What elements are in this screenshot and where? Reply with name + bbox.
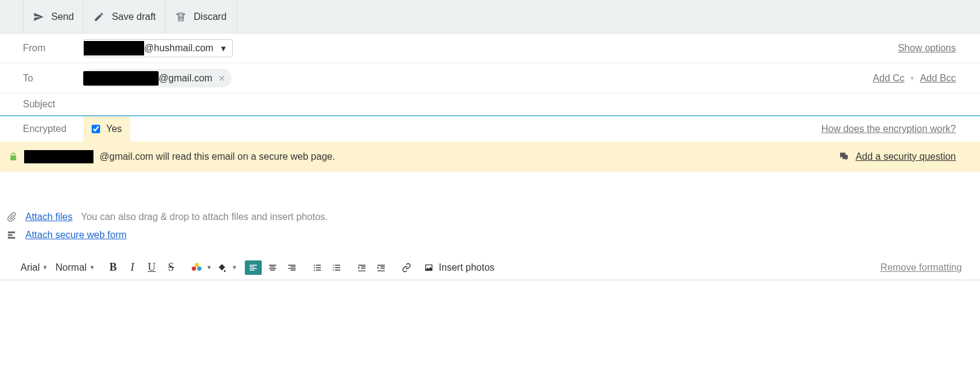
add-cc-link[interactable]: Add Cc <box>873 73 904 84</box>
lock-icon <box>8 151 18 162</box>
show-options-link[interactable]: Show options <box>898 43 956 54</box>
encrypted-yes-label: Yes <box>106 124 122 134</box>
editor-toolbar: Arial ▾ Normal ▾ B I U S ▾ ▾ <box>0 256 980 280</box>
compose-toolbar: Send Save draft Discard <box>0 0 980 34</box>
strikethrough-button[interactable]: S <box>163 260 180 275</box>
separator-dot: • <box>911 73 914 84</box>
remove-recipient-icon[interactable]: ✕ <box>218 74 226 83</box>
chevron-down-icon: ▾ <box>43 263 47 271</box>
from-label: From <box>23 43 83 54</box>
compose-body[interactable] <box>0 280 980 387</box>
align-left-button[interactable] <box>245 260 262 275</box>
to-label: To <box>23 73 83 84</box>
highlight-color-button[interactable] <box>213 260 230 275</box>
from-domain: @hushmail.com <box>144 43 213 54</box>
form-icon <box>6 230 17 241</box>
insert-link-button[interactable] <box>398 260 415 275</box>
to-recipient-chip[interactable]: @gmail.com ✕ <box>83 69 232 87</box>
attach-files-link[interactable]: Attach files <box>25 212 72 222</box>
underline-button[interactable]: U <box>144 260 160 275</box>
align-center-button[interactable] <box>264 260 281 275</box>
add-bcc-link[interactable]: Add Bcc <box>920 73 956 84</box>
encrypted-row: Encrypted Yes How does the encryption wo… <box>0 116 980 142</box>
insert-photos-button[interactable]: Insert photos <box>423 262 495 273</box>
subject-input[interactable] <box>83 99 956 110</box>
chevron-down-icon[interactable]: ▾ <box>233 263 236 271</box>
indent-button[interactable] <box>373 260 390 275</box>
notice-recipient-redacted <box>24 150 93 163</box>
svg-point-1 <box>314 267 315 268</box>
outdent-button[interactable] <box>353 260 370 275</box>
to-address-redacted <box>83 71 159 86</box>
attach-area: Attach files You can also drag & drop to… <box>0 172 980 250</box>
remove-formatting-link[interactable]: Remove formatting <box>880 262 962 273</box>
send-button[interactable]: Send <box>23 0 84 33</box>
subject-label: Subject <box>23 99 83 110</box>
add-security-question-button[interactable]: Add a security question <box>838 151 956 162</box>
save-draft-label: Save draft <box>112 11 156 22</box>
encryption-notice: @gmail.com will read this email on a sec… <box>0 142 980 172</box>
encrypted-toggle[interactable]: Yes <box>83 116 130 142</box>
text-color-button[interactable] <box>188 260 205 275</box>
to-row: To @gmail.com ✕ Add Cc • Add Bcc <box>0 63 980 93</box>
font-size-label: Normal <box>55 262 87 273</box>
color-palette-icon <box>192 263 201 272</box>
send-label: Send <box>51 11 74 22</box>
to-domain: @gmail.com <box>159 73 212 84</box>
save-draft-button[interactable]: Save draft <box>84 0 166 33</box>
chevron-down-icon: ▾ <box>90 263 94 271</box>
align-right-button[interactable] <box>283 260 300 275</box>
discard-button[interactable]: Discard <box>166 0 236 33</box>
discard-label: Discard <box>194 11 226 22</box>
from-address-redacted <box>84 41 144 55</box>
send-icon <box>33 11 44 22</box>
image-icon <box>423 263 434 272</box>
from-row: From @hushmail.com ▼ Show options <box>0 34 980 63</box>
chat-icon <box>838 151 850 162</box>
font-family-select[interactable]: Arial ▾ <box>18 261 49 274</box>
add-security-question-label: Add a security question <box>856 151 956 162</box>
svg-point-0 <box>314 265 315 266</box>
bold-button[interactable]: B <box>105 260 122 275</box>
encrypted-label: Encrypted <box>23 124 83 134</box>
font-size-select[interactable]: Normal ▾ <box>53 261 96 274</box>
paint-bucket-icon <box>217 263 227 272</box>
bullet-list-button[interactable] <box>309 260 326 275</box>
svg-point-2 <box>314 269 315 271</box>
number-list-button[interactable] <box>328 260 345 275</box>
notice-text: @gmail.com will read this email on a sec… <box>100 151 335 162</box>
chevron-down-icon: ▼ <box>220 44 227 53</box>
encrypted-checkbox[interactable] <box>92 125 100 133</box>
attach-secure-form-link[interactable]: Attach secure web form <box>25 230 127 241</box>
pencil-icon <box>93 11 104 22</box>
trash-icon <box>175 11 186 22</box>
paperclip-icon <box>6 212 17 222</box>
subject-row: Subject <box>0 93 980 116</box>
font-family-label: Arial <box>21 262 40 273</box>
attach-hint: You can also drag & drop to attach files… <box>81 212 327 222</box>
from-address-select[interactable]: @hushmail.com ▼ <box>83 39 233 57</box>
italic-button[interactable]: I <box>124 260 141 275</box>
insert-photos-label: Insert photos <box>439 262 495 273</box>
encryption-help-link[interactable]: How does the encryption work? <box>821 124 956 134</box>
chevron-down-icon[interactable]: ▾ <box>207 263 211 271</box>
